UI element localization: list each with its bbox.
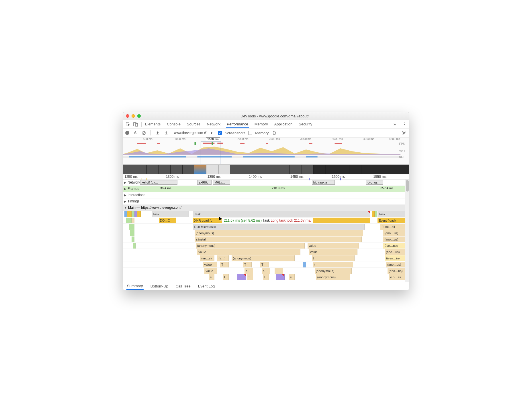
flame-block[interactable]: (ano…us) (388, 268, 406, 274)
screenshot-thumb[interactable] (171, 165, 183, 174)
screenshot-thumb[interactable] (147, 165, 159, 174)
flame-block[interactable]: (anonymous) (195, 230, 363, 236)
flame-block[interactable]: e (209, 274, 214, 280)
tab-network[interactable]: Network (206, 121, 221, 128)
flame-block[interactable]: e.p…ss (389, 274, 406, 280)
screenshots-strip[interactable] (123, 165, 409, 174)
flame-block[interactable]: Func…all (380, 224, 406, 230)
screenshot-thumb[interactable] (183, 165, 195, 174)
tab-call-tree[interactable]: Call Tree (175, 283, 191, 289)
screenshot-thumb[interactable] (326, 165, 338, 174)
tab-elements[interactable]: Elements (144, 121, 161, 128)
flame-block[interactable]: value (309, 249, 358, 255)
flame-block[interactable]: t (313, 262, 353, 267)
device-toolbar-icon[interactable] (133, 121, 138, 127)
screenshot-thumb[interactable] (218, 165, 230, 174)
memory-checkbox[interactable] (248, 131, 252, 135)
flame-block[interactable]: value (308, 243, 359, 249)
screenshot-thumb[interactable] (230, 165, 242, 174)
screenshot-thumb[interactable] (337, 165, 349, 174)
inspect-icon[interactable] (125, 121, 131, 127)
frames-track[interactable]: ▶Frames 36.4 ms 218.9 ms 357.4 ms (123, 186, 409, 192)
screenshot-thumb[interactable] (385, 165, 397, 174)
flame-block[interactable]: T (220, 262, 229, 267)
download-icon[interactable] (163, 130, 169, 136)
network-request[interactable]: xel.gif (px… (140, 180, 177, 185)
flame-block[interactable]: Eve…nce (383, 243, 406, 249)
clear-button[interactable] (141, 130, 146, 136)
tab-event-log[interactable]: Event Log (197, 283, 216, 289)
recording-select[interactable]: www.theverge.com #1 ▼ (172, 130, 215, 136)
flame-block[interactable]: (ano…us) (383, 230, 406, 236)
flame-chart[interactable]: Task Task Task DO…C XHR Load (c Event (l… (123, 211, 409, 282)
flame-block[interactable]: i… (275, 268, 283, 274)
caret-right-icon[interactable]: ▶ (124, 200, 126, 203)
upload-icon[interactable] (155, 130, 161, 136)
flame-block[interactable]: (a…) (217, 255, 229, 261)
tab-performance[interactable]: Performance (226, 121, 249, 128)
screenshot-thumb[interactable] (254, 165, 266, 174)
screenshot-thumb[interactable] (373, 165, 385, 174)
caret-right-icon[interactable]: ▶ (124, 187, 126, 190)
screenshot-thumb[interactable] (361, 165, 373, 174)
tab-sources[interactable]: Sources (186, 121, 201, 128)
flame-block[interactable]: (ano…us) (383, 237, 406, 242)
screenshot-thumb[interactable] (290, 165, 302, 174)
tab-console[interactable]: Console (166, 121, 181, 128)
screenshot-thumb[interactable] (397, 165, 409, 174)
zoom-window-button[interactable] (137, 114, 141, 118)
tab-bottom-up[interactable]: Bottom-Up (150, 283, 169, 289)
flame-block[interactable]: T (260, 262, 269, 267)
flame-block[interactable]: (anonymous) (315, 268, 352, 274)
flame-block[interactable]: Even…ire (385, 255, 406, 261)
network-request[interactable]: aHR0c (197, 180, 212, 185)
screenshot-thumb[interactable] (302, 165, 314, 174)
flame-block[interactable]: t (223, 274, 229, 280)
flame-block[interactable]: (ano…us) (385, 249, 406, 255)
timings-track[interactable]: ▶Timings (123, 198, 409, 205)
flame-block[interactable]: value (203, 262, 217, 267)
overview-panel[interactable]: 500 ms 1000 ms 1500 ms 2000 ms 2500 ms 3… (123, 137, 409, 165)
minimize-window-button[interactable] (132, 114, 135, 118)
flame-block[interactable]: t (312, 255, 355, 261)
tab-application[interactable]: Application (274, 121, 293, 128)
screenshot-thumb[interactable] (349, 165, 361, 174)
screenshot-thumb[interactable] (242, 165, 254, 174)
caret-right-icon[interactable]: ▶ (124, 194, 126, 197)
vertical-scrollbar[interactable] (405, 180, 409, 282)
flame-block[interactable]: t (263, 274, 269, 280)
network-request[interactable]: cygnus (366, 180, 383, 185)
flame-block[interactable]: e (289, 274, 295, 280)
flame-block[interactable]: e.install (195, 237, 362, 242)
flame-block[interactable]: s… (262, 268, 270, 274)
scroll-thumb[interactable] (406, 180, 409, 192)
main-track-header[interactable]: ▼ Main — https://www.theverge.com/ (123, 205, 409, 211)
record-button[interactable] (125, 131, 129, 135)
flame-task[interactable]: Task (152, 211, 189, 217)
screenshot-thumb[interactable] (206, 165, 218, 174)
flame-block[interactable]: DO…C (159, 218, 176, 223)
gear-icon[interactable] (401, 130, 407, 136)
tab-security[interactable]: Security (298, 121, 313, 128)
network-request[interactable]: M6Ly… (213, 180, 230, 185)
flame-block[interactable]: s… (245, 268, 253, 274)
flame-block[interactable]: (an…s) (200, 255, 214, 261)
screenshot-thumb[interactable] (278, 165, 290, 174)
flame-block[interactable]: Run Microtasks (193, 224, 365, 230)
screenshot-thumb[interactable] (123, 165, 135, 174)
tab-memory[interactable]: Memory (254, 121, 269, 128)
long-task-link[interactable]: Long task (271, 218, 285, 222)
screenshot-thumb[interactable] (266, 165, 278, 174)
flame-block[interactable]: (anonymous) (316, 274, 351, 280)
network-track[interactable]: ▶Network xel.gif (px… aHR0c M6Ly… bid (a… (123, 180, 409, 186)
flame-block[interactable]: value (204, 268, 217, 274)
flame-block[interactable]: Event (load) (378, 218, 406, 223)
tab-summary[interactable]: Summary (126, 283, 144, 290)
screenshot-thumb[interactable] (159, 165, 171, 174)
flame-block[interactable]: (anonymous) (232, 255, 295, 261)
network-request[interactable]: bid (aax.a (312, 180, 335, 185)
interactions-track[interactable]: ▶Interactions (123, 192, 409, 198)
flame-block[interactable]: t (247, 274, 253, 280)
flame-block[interactable]: (anonymous) (196, 243, 304, 249)
flame-task[interactable]: Task (378, 211, 406, 217)
